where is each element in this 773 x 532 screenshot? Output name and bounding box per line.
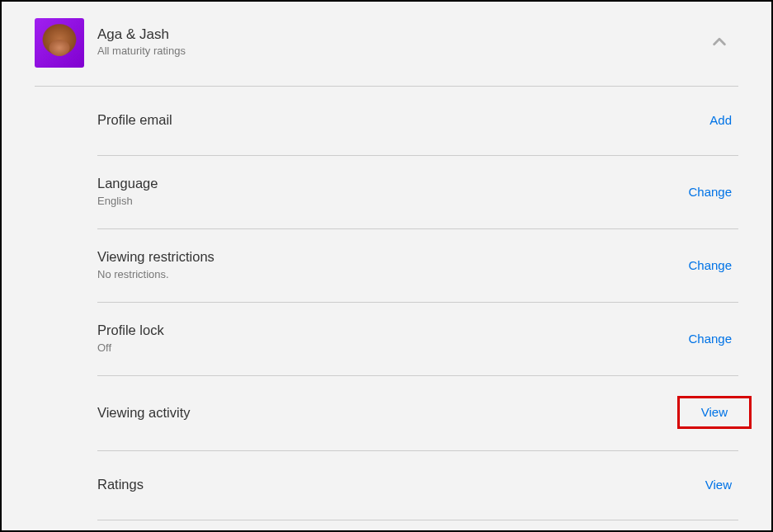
profile-header: Aga & Jash All maturity ratings [35,18,738,87]
setting-left: Viewing activity [97,405,191,421]
setting-left: Viewing restrictions No restrictions. [97,249,214,280]
collapse-toggle[interactable] [710,33,728,54]
setting-left: Profile email [97,112,172,128]
chevron-up-icon [710,40,728,54]
view-ratings-link[interactable]: View [695,471,742,498]
highlight-box: View [677,396,752,429]
setting-title: Language [97,176,158,191]
profile-info: Aga & Jash All maturity ratings [97,18,738,57]
setting-title: Profile email [97,112,172,128]
setting-row-profile-email: Profile email Add [97,87,738,156]
view-activity-link[interactable]: View [701,405,728,419]
setting-value: English [97,195,158,207]
add-email-link[interactable]: Add [700,106,742,134]
settings-list: Profile email Add Language English Chang… [35,87,738,520]
change-language-link[interactable]: Change [678,178,742,205]
change-restrictions-link[interactable]: Change [678,252,742,279]
setting-left: Profile lock Off [97,322,164,354]
profile-name: Aga & Jash [97,26,738,43]
setting-row-profile-lock: Profile lock Off Change [97,303,738,376]
profile-avatar[interactable] [35,18,84,68]
setting-value: Off [97,341,164,354]
profile-maturity-label: All maturity ratings [97,45,738,57]
setting-row-viewing-activity: Viewing activity View [97,376,738,451]
setting-row-language: Language English Change [97,156,738,229]
setting-title: Viewing activity [97,405,191,421]
setting-title: Viewing restrictions [97,249,214,265]
setting-row-viewing-restrictions: Viewing restrictions No restrictions. Ch… [97,229,738,303]
setting-value: No restrictions. [97,268,214,280]
setting-title: Ratings [97,477,144,492]
setting-title: Profile lock [97,322,164,338]
setting-row-ratings: Ratings View [97,451,738,520]
setting-left: Ratings [97,477,144,492]
setting-left: Language English [97,176,158,207]
change-profile-lock-link[interactable]: Change [678,325,742,352]
